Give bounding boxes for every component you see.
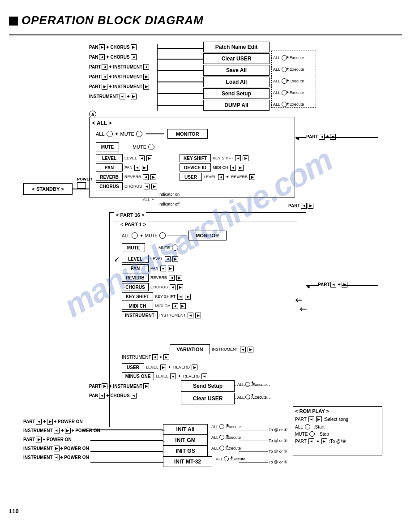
user-left-all[interactable]: ◄ (218, 174, 224, 180)
save-all-box[interactable]: Save All (203, 65, 270, 76)
midich-r-p1[interactable]: ▶ (180, 303, 186, 309)
reverb-button-all[interactable]: REVERB (96, 173, 123, 181)
rom-part-l[interactable]: ◄ (308, 416, 314, 422)
standby-box[interactable]: < STANDBY > (23, 183, 73, 195)
dump-all-box[interactable]: DUMP All (203, 100, 270, 111)
pan-right-arrow1[interactable]: ▶ (99, 44, 105, 50)
part-left-n2[interactable]: ◄ (301, 203, 307, 209)
part-rn-r[interactable]: ▶ (342, 282, 347, 287)
mute-button[interactable]: MUTE (96, 142, 119, 151)
reverb-l-p1[interactable]: ◄ (169, 275, 175, 281)
chorus-cs-l[interactable]: ◄ (131, 393, 137, 399)
chorus-right-all[interactable]: ▶ (151, 184, 157, 189)
monitor-box-all[interactable]: MONITOR (167, 129, 208, 139)
reverb-btn-p1[interactable]: REVERB (122, 274, 149, 282)
minusone-reverb-l[interactable]: ◄ (201, 373, 207, 379)
pan-right-all[interactable]: ▶ (142, 165, 148, 171)
chorus-left-arrow2[interactable]: ◄ (131, 54, 137, 60)
reverb-left-all[interactable]: ◄ (143, 174, 149, 180)
part-pw2-r[interactable]: ▶ (36, 437, 42, 442)
clear-user-lower-box[interactable]: Clear USER (181, 393, 235, 404)
user-right-all[interactable]: ▶ (249, 174, 255, 180)
part-pw1-l[interactable]: ◄ (36, 419, 42, 425)
keyshift-button-all[interactable]: KEY SHIFT (180, 154, 211, 162)
reverb-r-user[interactable]: ▶ (192, 365, 197, 370)
minusone-btn-p1[interactable]: MINUS ONE (122, 372, 154, 380)
part-left-arrow4[interactable]: ◄ (102, 74, 107, 80)
instrument-left-arrow6[interactable]: ◄ (120, 94, 125, 99)
pan-left-arrow2[interactable]: ◄ (99, 54, 105, 60)
instrument-l-p1[interactable]: ◄ (188, 313, 193, 318)
chorus-l-p1[interactable]: ◄ (170, 284, 176, 290)
midich-l-p1[interactable]: ◄ (172, 303, 178, 309)
chorus-r-p1[interactable]: ▶ (177, 284, 183, 290)
chorus-right-arrow1[interactable]: ▶ (131, 44, 137, 50)
power-switch[interactable] (77, 182, 86, 189)
user-r-p1[interactable]: ▶ (160, 365, 166, 370)
init-all-box[interactable]: INIT All (163, 424, 208, 435)
pan-l-p1[interactable]: ◄ (160, 266, 166, 271)
deviceid-right-all[interactable]: ▶ (238, 165, 244, 171)
inst-pw1-r[interactable]: ▶ (65, 428, 71, 433)
inst-pw2-r[interactable]: ▶ (54, 446, 60, 451)
send-setup-box[interactable]: Send Setup (203, 88, 270, 99)
patch-name-edit-box[interactable]: Patch Name Edit (203, 42, 270, 52)
inst-s-r[interactable]: ▶ (143, 383, 149, 389)
keyshift-l-p1[interactable]: ◄ (177, 294, 183, 300)
pan-left-all[interactable]: ◄ (134, 165, 140, 171)
var-r-p1[interactable]: ▶ (248, 347, 253, 352)
instrument-r-p1[interactable]: ▶ (195, 313, 201, 318)
part-s-r[interactable]: ▶ (102, 383, 107, 389)
init-gs-box[interactable]: INIT GS (163, 446, 208, 456)
chorus-btn-p1[interactable]: CHORUS (122, 283, 149, 291)
part-right-arrow5[interactable]: ▶ (102, 84, 107, 90)
reverb-right-all[interactable]: ▶ (150, 174, 156, 180)
inst-l-star[interactable]: ◄ (152, 354, 158, 360)
chorus-button-all[interactable]: CHORUS (96, 182, 123, 190)
deviceid-button-all[interactable]: DEVICE ID (180, 163, 211, 172)
inst-pw3-l[interactable]: ◄ (54, 455, 60, 460)
var-l-p1[interactable]: ◄ (240, 347, 246, 352)
part-rn-l[interactable]: ◄ (330, 282, 336, 287)
init-gm-box[interactable]: INIT GM (163, 435, 208, 446)
level-button-all[interactable]: LEVEL (96, 154, 123, 162)
keyshift-right-all[interactable]: ▶ (243, 155, 248, 161)
part-left-arrow3[interactable]: ◄ (102, 64, 107, 70)
pan-button-all[interactable]: PAN (96, 163, 123, 172)
send-setup-lower-box[interactable]: Send Setup (181, 380, 235, 392)
reverb-r-p1[interactable]: ▶ (176, 275, 182, 281)
pan-btn-p1[interactable]: PAN (122, 264, 149, 272)
mute-button-p1[interactable]: MUTE (122, 243, 145, 252)
rom-to-l[interactable]: ◄ (308, 438, 314, 444)
init-mt32-box[interactable]: INIT MT-32 (163, 456, 212, 467)
load-all-box[interactable]: Load All (203, 77, 270, 87)
rom-to-r[interactable]: ▶ (321, 438, 327, 444)
part-pw1-r[interactable]: ▶ (47, 419, 53, 425)
minusone-l-p1[interactable]: ◄ (170, 373, 176, 379)
keyshift-r-p1[interactable]: ▶ (185, 294, 191, 300)
instrument-right-arrow6[interactable]: ▶ (131, 94, 137, 99)
level-btn-p1[interactable]: LEVEL (122, 255, 149, 263)
midich-btn-p1[interactable]: MIDI CH (122, 302, 153, 310)
monitor-box-p1[interactable]: MONITOR (188, 231, 227, 240)
deviceid-left-all[interactable]: ◄ (230, 165, 236, 171)
user-btn-p1[interactable]: USER (122, 363, 144, 371)
variation-box-p1[interactable]: VARIATION (170, 344, 210, 354)
inst-pw1-l[interactable]: ◄ (54, 428, 60, 433)
inst-r-star[interactable]: ▶ (163, 354, 169, 360)
clear-user-box[interactable]: Clear USER (203, 53, 270, 64)
keyshift-btn-p1[interactable]: KEY SHIFT (122, 292, 153, 300)
level-l-p1[interactable]: ◄ (165, 256, 171, 262)
level-right-all[interactable]: ▶ (146, 155, 152, 161)
pan-r-p1[interactable]: ▶ (168, 266, 174, 271)
rom-part-r[interactable]: ▶ (316, 416, 322, 422)
part-right-n2[interactable]: ▶ (308, 203, 313, 209)
instrument-left-arrow3[interactable]: ◄ (143, 64, 149, 70)
pan-cs-l[interactable]: ◄ (99, 393, 105, 399)
instrument-btn-p1[interactable]: INSTRUMENT (122, 311, 158, 319)
user-button-all[interactable]: USER (180, 173, 202, 181)
instrument-right-arrow5[interactable]: ▶ (143, 84, 149, 90)
chorus-left-all[interactable]: ◄ (144, 184, 150, 189)
level-r-p1[interactable]: ▶ (172, 256, 178, 262)
keyshift-left-all[interactable]: ◄ (235, 155, 241, 161)
